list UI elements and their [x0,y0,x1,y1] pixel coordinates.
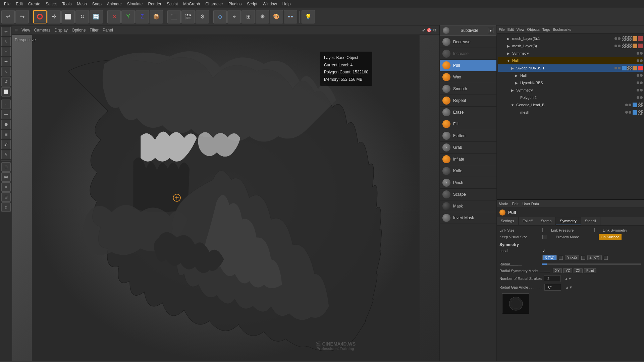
om-objects[interactable]: Objects [527,27,539,32]
menu-select[interactable]: Select [43,1,59,7]
vis-dot-1[interactable] [614,37,617,40]
left-tool-box[interactable]: ⬜ [1,87,11,97]
menu-help[interactable]: Help [280,1,293,7]
pp-gap-angle-field[interactable]: 0° [544,284,561,291]
sculpt-repeat[interactable]: Repeat [440,95,496,107]
sculpt-increase[interactable]: Increase [440,48,496,60]
pp-axis-x-check[interactable] [559,256,563,260]
left-tool-grid2[interactable]: ⊞ [1,192,11,202]
menu-file[interactable]: File [1,1,13,7]
left-tool-sym[interactable]: ⋈ [1,172,11,182]
tree-symmetry-2[interactable]: ▶ Symmetry [498,86,643,94]
pp-tab-falloff[interactable]: Falloff [519,217,537,225]
sculpt-decrease[interactable]: Decrease [440,36,496,48]
menu-edit[interactable]: Edit [13,1,25,7]
menu-character[interactable]: Character [203,1,226,7]
left-tool-magnet[interactable]: ⌗ [1,182,11,192]
pp-edit-btn[interactable]: Edit [512,202,519,206]
vp-panel[interactable]: Panel [103,28,113,33]
menu-tools[interactable]: Tools [59,1,74,7]
left-tool-scale[interactable]: ⤡ [1,67,11,76]
pp-radial-slider[interactable] [542,263,641,265]
pp-preview-mode-dropdown[interactable]: On Surface [599,234,622,240]
menu-render[interactable]: Render [146,1,164,7]
render-dot-hy[interactable] [640,81,643,84]
pp-axis-x[interactable]: X (YZ) [542,255,557,260]
render-dot-me[interactable] [629,111,631,114]
vp-fullscreen[interactable]: ⤢ [422,28,425,33]
left-tool-cursor[interactable]: ↖ [1,37,11,46]
left-tool-poly[interactable]: ⬟ [1,120,11,129]
pp-rsm-point[interactable]: Point [584,268,596,273]
pp-tab-stencil[interactable]: Stencil [581,217,600,225]
sculpt-knife[interactable]: Knife [440,165,496,177]
om-view[interactable]: View [517,27,525,32]
tree-generic[interactable]: ▼ Generic_Head_B... [498,101,643,109]
pp-link-pressure-check[interactable] [594,228,595,232]
vis-dot-sy2[interactable] [637,89,639,92]
tree-inner-null[interactable]: ▶ Null [498,72,643,79]
toolbar-render-region[interactable]: ⬛ [167,10,181,23]
pp-num-strokes-field[interactable]: 2 [544,275,560,282]
toolbar-axis-z[interactable]: Z [136,10,149,23]
vp-render[interactable]: 🎯 [427,28,432,33]
subdivide-collapse[interactable]: ▼ [488,28,493,33]
vis-dot-sym[interactable] [637,52,639,55]
render-dot-sweep[interactable] [618,67,621,69]
pp-axis-y[interactable]: Y (XZ) [565,255,579,260]
vis-dot-in[interactable] [637,74,639,77]
vp-options[interactable]: Options [72,28,86,33]
toolbar-scale[interactable]: ⬜ [61,10,75,23]
viewport[interactable]: Layer: Base Object Current Level: 4 Poly… [12,35,439,361]
tree-sweep-nurbs[interactable]: ▶ Sweep NURBS.1 [498,64,643,72]
vis-dot-2[interactable] [614,45,617,47]
render-dot-in[interactable] [640,74,643,77]
pp-axis-z[interactable]: Z (XY) [587,255,602,260]
left-tool-sculpt[interactable]: ✎ [1,150,11,159]
pp-tab-settings[interactable]: Settings [497,217,519,225]
vp-cameras[interactable]: Cameras [34,28,51,33]
toolbar-redo[interactable]: ↪ [15,10,29,23]
sculpt-invert-mask[interactable]: Invert Mask [440,212,496,224]
toolbar-grid[interactable]: ⊞ [241,10,255,23]
left-tool-paint[interactable]: 🖌 [1,140,11,149]
tree-symmetry[interactable]: ▶ Symmetry [498,50,643,57]
toolbar-move[interactable]: ✛ [47,10,61,23]
left-tool-layer[interactable]: ⊕ [1,162,11,172]
tree-null[interactable]: ▼ Null [498,57,643,64]
sculpt-grab[interactable]: ✦ Grab [440,142,496,154]
sculpt-erase[interactable]: Erase [440,107,496,118]
menu-create[interactable]: Create [25,1,43,7]
render-dot-1[interactable] [618,37,621,40]
sculpt-wax[interactable]: Wax [440,71,496,83]
sculpt-pinch[interactable]: ✦ Pinch [440,177,496,189]
vis-dot-null[interactable] [637,59,639,62]
vis-dot-po[interactable] [637,96,639,99]
render-dot-null[interactable] [640,59,643,62]
vis-dot-hy[interactable] [637,81,639,84]
om-tags[interactable]: Tags [542,27,550,32]
vis-dot-me[interactable] [625,111,628,114]
toolbar-settings[interactable]: ⚙ [196,10,209,23]
toolbar-sym[interactable]: ✳ [256,10,269,23]
vis-dot-sweep[interactable] [614,67,617,69]
render-dot-2[interactable] [618,45,621,47]
left-tool-vertices[interactable]: · [1,100,11,109]
tree-polygon-2[interactable]: Polygon.2 [498,94,643,101]
sculpt-smooth[interactable]: Smooth [440,83,496,95]
sculpt-inflate[interactable]: Inflate [440,154,496,165]
menu-animate[interactable]: Animate [104,1,124,7]
pp-userdata-btn[interactable]: User Data [523,202,539,206]
vp-settings2[interactable]: ⚙ [433,28,437,33]
left-tool-edges[interactable]: — [1,110,11,119]
om-edit[interactable]: Edit [507,27,514,32]
menu-script[interactable]: Script [244,1,260,7]
left-tool-uvw[interactable]: ⊞ [1,130,11,139]
vp-view[interactable]: View [21,28,30,33]
toolbar-object-mode[interactable]: 📦 [150,10,163,23]
vis-dot-ge[interactable] [625,104,628,106]
render-dot-sym[interactable] [640,52,643,55]
render-dot-sy2[interactable] [640,89,643,92]
vp-display[interactable]: Display [54,28,67,33]
sculpt-pull[interactable]: Pull [440,60,496,71]
